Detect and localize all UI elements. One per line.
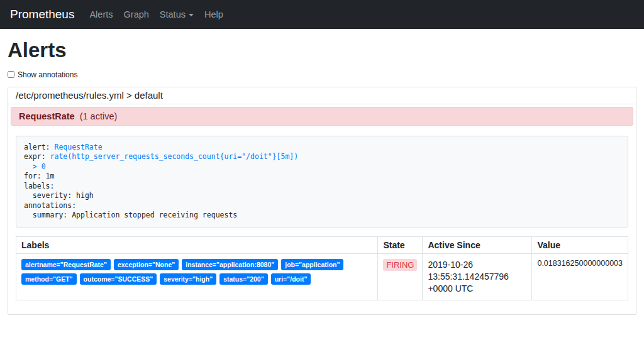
show-annotations-control[interactable]: Show annotations (8, 70, 77, 79)
table-header-row: LabelsStateActive SinceValue (16, 236, 628, 253)
alert-active-count: (1 active) (80, 111, 118, 121)
alert-toggle[interactable]: RequestRate (1 active) (11, 107, 633, 126)
value-cell: 0.018316250000000003 (532, 253, 628, 300)
code-text: annotations: (24, 201, 76, 210)
nav-item-help[interactable]: Help (204, 9, 223, 19)
chevron-down-icon (189, 14, 194, 16)
code-text: severity: high (24, 191, 94, 200)
nav-item-status[interactable]: Status (160, 9, 194, 19)
column-header-labels: Labels (16, 236, 378, 253)
label-badge: status="200" (219, 273, 268, 285)
label-badge: method="GET" (21, 273, 77, 285)
page-title: Alerts (8, 38, 636, 62)
rule-code: alert: RequestRateexpr: rate(http_server… (16, 136, 628, 228)
label-badge: alertname="RequestRate" (21, 259, 111, 270)
label-badge: job="application" (281, 259, 343, 270)
active-since-cell: 2019-10-26 13:55:31.142457796 +0000 UTC (423, 253, 532, 300)
alert-name: RequestRate (19, 111, 75, 121)
expression-link[interactable]: rate(http_server_requests_seconds_count{… (50, 152, 299, 161)
labels-cell: alertname="RequestRate"exception="None"i… (16, 253, 378, 300)
label-badge: uri="/doit" (271, 273, 311, 285)
show-annotations-checkbox[interactable] (8, 71, 14, 78)
code-text: for: 1m (24, 172, 54, 180)
nav-item-graph[interactable]: Graph (124, 9, 149, 19)
label-badge: exception="None" (114, 259, 179, 270)
code-text (24, 162, 33, 171)
expression-link[interactable]: RequestRate (54, 143, 102, 151)
code-line: annotations: (24, 201, 620, 211)
code-text: expr: (24, 152, 50, 161)
state-badge: FIRING (383, 259, 417, 271)
nav-item-alerts[interactable]: Alerts (89, 9, 113, 19)
show-annotations-label: Show annotations (18, 70, 77, 79)
code-text: labels: (24, 182, 54, 190)
code-text: summary: Application stopped receiving r… (24, 211, 237, 219)
label-badge: instance="application:8080" (182, 259, 278, 270)
alerts-page: Alerts Show annotations /etc/prometheus/… (0, 38, 644, 315)
label-badge: severity="high" (160, 273, 216, 285)
table-row: alertname="RequestRate"exception="None"i… (16, 253, 628, 300)
label-badge: outcome="SUCCESS" (80, 273, 157, 285)
navbar: Prometheus AlertsGraphStatusHelp (0, 0, 644, 29)
alerts-table: LabelsStateActive SinceValue alertname="… (16, 236, 628, 300)
state-cell: FIRING (378, 253, 423, 300)
rule-group-panel: /etc/prometheus/rules.yml > default Requ… (8, 87, 636, 315)
code-line: expr: rate(http_server_requests_seconds_… (24, 152, 620, 162)
navbar-brand[interactable]: Prometheus (10, 8, 74, 21)
column-header-active-since: Active Since (423, 236, 532, 253)
expression-link[interactable]: > 0 (33, 162, 46, 171)
navbar-items: AlertsGraphStatusHelp (89, 9, 233, 19)
column-header-value: Value (532, 236, 628, 253)
rule-file-header: /etc/prometheus/rules.yml > default (8, 87, 636, 104)
label-badges: alertname="RequestRate"exception="None"i… (21, 259, 372, 285)
code-line: alert: RequestRate (24, 143, 620, 153)
column-header-state: State (378, 236, 423, 253)
code-line: > 0 (24, 162, 620, 172)
code-line: severity: high (24, 191, 620, 201)
alert-details: alert: RequestRateexpr: rate(http_server… (8, 128, 636, 314)
code-text: alert: (24, 143, 54, 151)
code-line: summary: Application stopped receiving r… (24, 211, 620, 221)
code-line: for: 1m (24, 172, 620, 182)
code-line: labels: (24, 182, 620, 192)
